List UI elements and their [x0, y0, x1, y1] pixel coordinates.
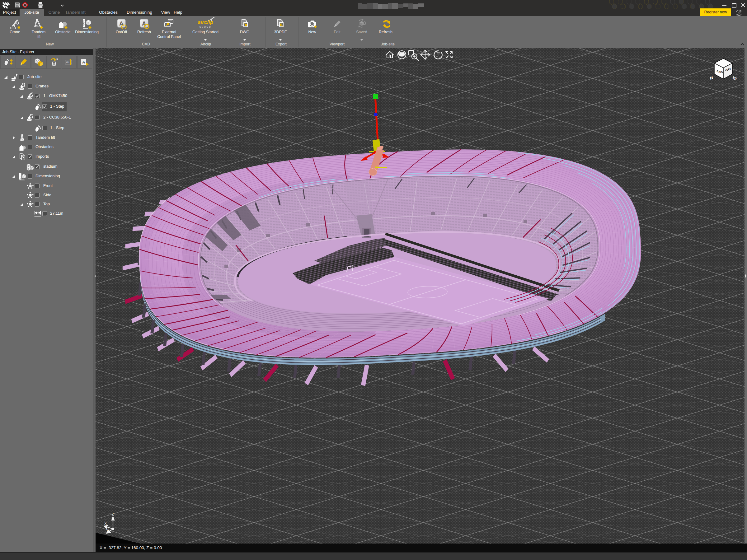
- svg-text:Z: Z: [112, 512, 114, 516]
- svg-text:X: X: [104, 522, 107, 526]
- svg-text:Y: Y: [106, 528, 109, 533]
- svg-text:A: A: [82, 60, 85, 64]
- svg-text:ab: ab: [66, 60, 70, 64]
